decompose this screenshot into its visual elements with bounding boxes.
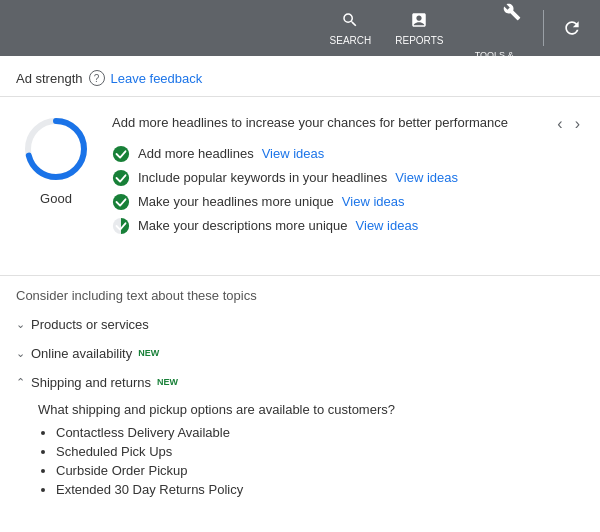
accordion-shipping: ⌃ Shipping and returns NEW What shipping… (16, 371, 584, 505)
nav-tools[interactable]: TOOLS &SETTINGS (457, 0, 531, 79)
chevron-down-icon-products: ⌄ (16, 318, 25, 331)
topics-label: Consider including text about these topi… (16, 288, 584, 303)
suggestion-row: Good ‹ › Add more headlines to increase … (16, 113, 584, 235)
nav-items: SEARCH REPORTS TOOLS &SETTINGS (320, 0, 588, 79)
leave-feedback-link[interactable]: Leave feedback (111, 71, 203, 86)
accordion-header-products[interactable]: ⌄ Products or services (16, 313, 584, 336)
search-label: SEARCH (330, 35, 372, 46)
next-arrow[interactable]: › (571, 113, 584, 135)
top-nav: SEARCH REPORTS TOOLS &SETTINGS (0, 0, 600, 56)
nav-divider (543, 10, 544, 46)
reports-icon (410, 11, 428, 33)
check-full-icon-3 (112, 193, 130, 211)
nav-arrows: ‹ › (553, 113, 584, 135)
svg-point-4 (113, 193, 129, 209)
view-ideas-link-1[interactable]: View ideas (262, 146, 325, 161)
view-ideas-link-4[interactable]: View ideas (356, 218, 419, 233)
shipping-bullet-4: Extended 30 Day Returns Policy (56, 482, 584, 497)
main-content: Good ‹ › Add more headlines to increase … (0, 97, 600, 267)
checklist-text-4: Make your descriptions more unique (138, 218, 348, 233)
checklist-item-4: Make your descriptions more unique View … (112, 217, 584, 235)
checklist-item-3: Make your headlines more unique View ide… (112, 193, 584, 211)
accordion-label-online: Online availability (31, 346, 132, 361)
shipping-bullet-2: Scheduled Pick Ups (56, 444, 584, 459)
section-divider (0, 275, 600, 276)
shipping-bullets: Contactless Delivery Available Scheduled… (38, 425, 584, 497)
accordion-label-shipping: Shipping and returns (31, 375, 151, 390)
accordion-products: ⌄ Products or services (16, 313, 584, 336)
checklist-item-1: Add more headlines View ideas (112, 145, 584, 163)
tools-icon (467, 0, 521, 48)
new-badge-shipping: NEW (157, 377, 178, 387)
strength-circle (20, 113, 92, 185)
shipping-bullet-1: Contactless Delivery Available (56, 425, 584, 440)
topics-section: Consider including text about these topi… (0, 288, 600, 527)
accordion-header-online[interactable]: ⌄ Online availability NEW (16, 342, 584, 365)
svg-point-3 (113, 169, 129, 185)
tools-label: TOOLS &SETTINGS (472, 50, 517, 73)
view-ideas-link-3[interactable]: View ideas (342, 194, 405, 209)
prev-arrow[interactable]: ‹ (553, 113, 566, 135)
accordion-label-products: Products or services (31, 317, 149, 332)
refresh-button[interactable] (556, 12, 588, 44)
shipping-expanded-content: What shipping and pickup options are ava… (16, 394, 584, 505)
chevron-down-icon-online: ⌄ (16, 347, 25, 360)
check-half-icon-4 (112, 217, 130, 235)
chevron-up-icon-shipping: ⌃ (16, 376, 25, 389)
checklist-text-3: Make your headlines more unique (138, 194, 334, 209)
check-full-icon-1 (112, 145, 130, 163)
checklist-text-1: Add more headlines (138, 146, 254, 161)
checklist-text-2: Include popular keywords in your headlin… (138, 170, 387, 185)
strength-label: Good (40, 191, 72, 206)
new-badge-online: NEW (138, 348, 159, 358)
suggestion-area: ‹ › Add more headlines to increase your … (112, 113, 584, 235)
nav-search[interactable]: SEARCH (320, 5, 382, 52)
view-ideas-link-2[interactable]: View ideas (395, 170, 458, 185)
check-full-icon-2 (112, 169, 130, 187)
shipping-question: What shipping and pickup options are ava… (38, 402, 584, 417)
svg-point-2 (113, 145, 129, 161)
ad-strength-label: Ad strength (16, 71, 83, 86)
checklist-item-2: Include popular keywords in your headlin… (112, 169, 584, 187)
suggestion-main-text: Add more headlines to increase your chan… (112, 113, 584, 133)
reports-label: REPORTS (395, 35, 443, 46)
checklist: Add more headlines View ideas Include po… (112, 145, 584, 235)
help-icon[interactable]: ? (89, 70, 105, 86)
shipping-bullet-3: Curbside Order Pickup (56, 463, 584, 478)
circle-container: Good (16, 113, 96, 206)
accordion-header-shipping[interactable]: ⌃ Shipping and returns NEW (16, 371, 584, 394)
search-icon (341, 11, 359, 33)
nav-reports[interactable]: REPORTS (385, 5, 453, 52)
accordion-online: ⌄ Online availability NEW (16, 342, 584, 365)
